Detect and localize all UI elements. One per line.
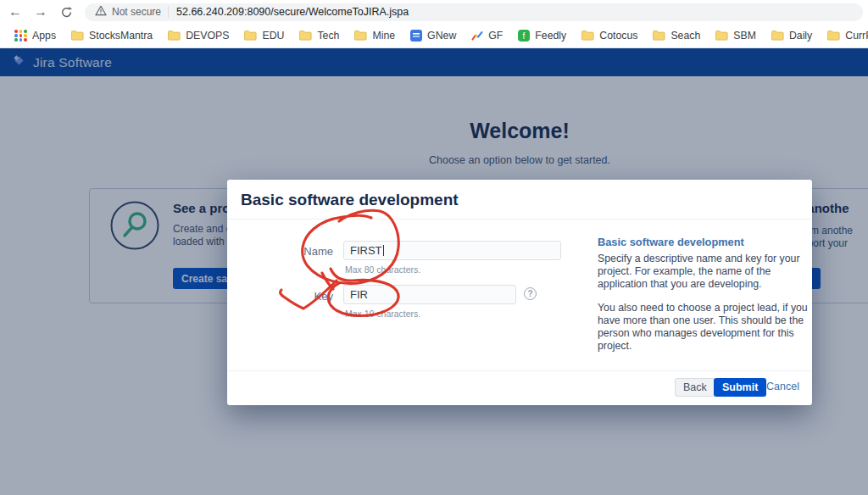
- bookmark-label: DEVOPS: [186, 30, 229, 42]
- bookmark-label: GNew: [427, 30, 456, 42]
- bookmark-tech[interactable]: Tech: [292, 26, 347, 45]
- apps-grid-icon: [14, 30, 27, 42]
- bookmark-stocksmantra[interactable]: StocksMantra: [64, 26, 160, 45]
- bookmark-label: Seach: [670, 30, 700, 42]
- key-label: Key: [274, 290, 333, 303]
- bookmark-label: GF: [488, 30, 503, 42]
- browser-toolbar: ← → Not secure 52.66.240.209:8090/secure…: [0, 0, 868, 24]
- bookmark-daily[interactable]: Daily: [764, 26, 820, 45]
- bookmark-cotocus[interactable]: Cotocus: [574, 26, 645, 45]
- bookmark-label: EDU: [262, 30, 284, 42]
- omnibox-divider: [168, 6, 169, 18]
- bookmark-feedly[interactable]: fFeedly: [510, 26, 574, 45]
- gnews-favicon-icon: [410, 30, 422, 42]
- folder-icon: [653, 31, 665, 41]
- help-panel: Basic software development Specify a des…: [598, 236, 821, 364]
- bookmark-mine[interactable]: Mine: [347, 26, 403, 45]
- address-bar[interactable]: Not secure 52.66.240.209:8090/secure/Wel…: [85, 3, 863, 21]
- name-input[interactable]: FIRST: [343, 241, 561, 260]
- folder-icon: [244, 31, 257, 41]
- bookmark-label: SBM: [733, 30, 756, 42]
- folder-icon: [168, 31, 181, 41]
- cancel-link[interactable]: Cancel: [766, 381, 799, 392]
- dialog-header-divider: [227, 219, 812, 220]
- key-hint: Max 10 characters.: [345, 309, 420, 319]
- folder-icon: [771, 31, 784, 41]
- bookmark-currproj[interactable]: CurrProj: [820, 26, 868, 45]
- bookmark-label: Tech: [317, 30, 339, 42]
- bookmark-edu[interactable]: EDU: [236, 26, 292, 45]
- apps-shortcut[interactable]: Apps: [7, 26, 64, 45]
- bookmark-label: StocksMantra: [89, 30, 153, 42]
- key-input-value: FIR: [350, 288, 368, 301]
- key-help-icon[interactable]: ?: [524, 287, 537, 300]
- bookmark-label: Daily: [789, 30, 812, 42]
- bookmark-label: CurrProj: [845, 30, 868, 42]
- dialog-title: Basic software development: [241, 191, 459, 209]
- folder-icon: [827, 31, 840, 41]
- help-paragraph-1: Specify a descriptive name and key for y…: [598, 253, 821, 291]
- dialog-footer-divider: [227, 370, 812, 371]
- submit-button[interactable]: Submit: [714, 378, 766, 397]
- refresh-icon[interactable]: [56, 2, 76, 22]
- folder-icon: [581, 31, 594, 41]
- bookmark-label: Mine: [372, 30, 395, 42]
- apps-label: Apps: [32, 30, 56, 42]
- bookmark-label: Cotocus: [599, 30, 637, 42]
- back-button[interactable]: Back: [675, 378, 715, 397]
- not-secure-warning-icon: [95, 4, 107, 19]
- forward-icon[interactable]: →: [31, 2, 51, 22]
- name-input-value: FIRST: [350, 244, 382, 257]
- bookmark-label: Feedly: [535, 30, 566, 42]
- text-caret: [383, 245, 384, 256]
- feedly-favicon-icon: f: [518, 30, 530, 42]
- name-label: Name: [274, 245, 333, 258]
- bookmark-gnew[interactable]: GNew: [403, 26, 464, 45]
- bookmarks-bar: Apps StocksMantraDEVOPSEDUTechMineGNewGF…: [0, 24, 868, 48]
- create-project-dialog: Basic software development Name FIRST Ma…: [227, 180, 812, 405]
- svg-text:f: f: [523, 31, 526, 41]
- back-icon[interactable]: ←: [5, 2, 25, 22]
- security-status: Not secure: [112, 6, 161, 18]
- folder-icon: [299, 31, 312, 41]
- bookmark-devops[interactable]: DEVOPS: [160, 26, 236, 45]
- url-text[interactable]: 52.66.240.209:8090/secure/WelcomeToJIRA.…: [176, 6, 409, 18]
- bookmark-sbm[interactable]: SBM: [708, 26, 764, 45]
- help-paragraph-2: You also need to choose a project lead, …: [598, 302, 821, 353]
- folder-icon: [715, 31, 728, 41]
- bookmark-gf[interactable]: GF: [464, 26, 510, 45]
- folder-icon: [354, 31, 367, 41]
- name-hint: Max 80 characters.: [345, 264, 420, 275]
- finance-favicon-icon: [471, 30, 483, 42]
- help-title: Basic software development: [598, 236, 821, 248]
- bookmark-seach[interactable]: Seach: [645, 26, 708, 45]
- key-input[interactable]: FIR: [343, 285, 516, 304]
- folder-icon: [71, 31, 84, 41]
